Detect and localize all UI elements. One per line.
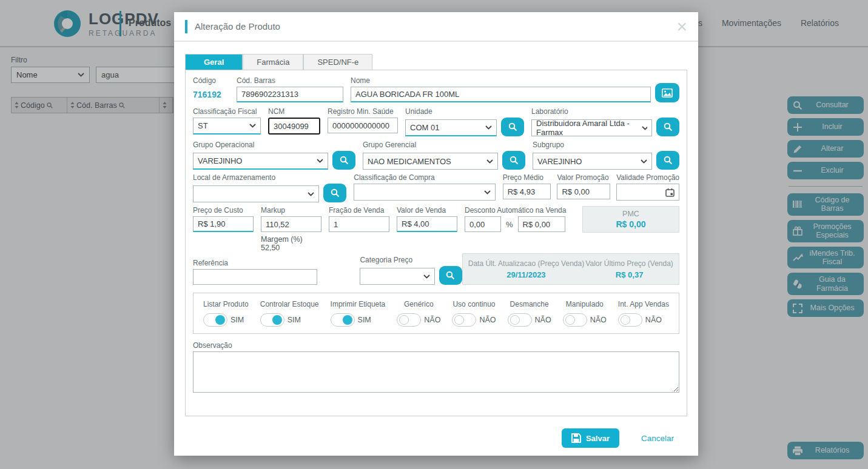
generico-switch[interactable]	[397, 313, 421, 327]
categoria-preco-select[interactable]	[360, 268, 434, 285]
title-accent-bar	[185, 20, 187, 33]
nome-label: Nome	[351, 76, 651, 85]
chevron-down-icon	[642, 126, 647, 130]
pmc-value: R$ 0,00	[616, 219, 645, 229]
search-icon	[340, 156, 349, 165]
registro-min-saude-input[interactable]	[328, 118, 398, 133]
chevron-down-icon	[308, 192, 314, 196]
toggles-panel: Listar Produto SIM Controlar Estoque SIM…	[193, 293, 679, 334]
toggle-uso-continuo: Uso continuo NÃO	[452, 300, 496, 327]
last-update-panel: Data Últ. Atualizacao (Preço Venda) 29/1…	[462, 253, 679, 285]
markup-label: Markup	[261, 206, 321, 215]
toggle-listar-produto: Listar Produto SIM	[203, 300, 249, 327]
cancel-button[interactable]: Cancelar	[641, 434, 674, 443]
grupo-operacional-select[interactable]: VAREJINHO	[193, 153, 328, 170]
grupo-gerencial-search-button[interactable]	[502, 151, 525, 170]
desconto-percent-input[interactable]	[465, 216, 501, 232]
subgrupo-label: Subgrupo	[533, 141, 679, 149]
cod-barras-input[interactable]	[237, 87, 343, 102]
desmanche-switch[interactable]	[508, 313, 532, 327]
save-icon	[571, 433, 581, 443]
search-icon	[331, 188, 340, 198]
registro-min-saude-label: Registro Min. Saúde	[328, 107, 398, 116]
local-armazenamento-select[interactable]	[193, 185, 319, 202]
desconto-valor-input[interactable]	[518, 216, 565, 232]
laboratorio-search-button[interactable]	[656, 118, 679, 136]
valor-venda-input[interactable]	[397, 216, 457, 232]
valor-promocao-input[interactable]	[557, 184, 610, 199]
categoria-preco-label: Categoria Preço	[360, 256, 462, 264]
grupo-gerencial-select[interactable]: NAO MEDICAMENTOS	[363, 153, 498, 170]
chevron-down-icon	[423, 274, 430, 279]
percent-symbol: %	[506, 220, 513, 229]
preco-medio-input[interactable]	[503, 184, 551, 199]
fracao-venda-label: Fração de Venda	[329, 206, 389, 215]
subgrupo-search-button[interactable]	[656, 151, 679, 170]
imprimir-etiqueta-switch[interactable]	[331, 313, 355, 327]
listar-produto-switch[interactable]	[203, 313, 227, 327]
observacao-field: Observação	[193, 341, 679, 393]
modal-header: Alteração de Produto ×	[174, 12, 698, 42]
subgrupo-select[interactable]: VAREJINHO	[533, 153, 652, 170]
nome-input[interactable]	[351, 87, 651, 102]
preco-medio-label: Preço Médio	[503, 173, 551, 182]
product-edit-modal: Alteração de Produto × Geral Farmácia SP…	[174, 12, 698, 456]
categoria-preco-search-button[interactable]	[439, 266, 462, 285]
ncm-input[interactable]	[268, 118, 320, 135]
observacao-label: Observação	[193, 341, 679, 350]
chevron-down-icon	[249, 124, 256, 128]
modal-title: Alteração de Produto	[195, 21, 280, 32]
modal-tabs: Geral Farmácia SPED/NF-e	[185, 54, 687, 70]
ncm-label: NCM	[268, 107, 320, 116]
tab-geral[interactable]: Geral	[185, 54, 243, 70]
desconto-automatico-label: Desconto Automático na Venda	[465, 206, 566, 215]
controlar-estoque-switch[interactable]	[260, 313, 284, 327]
toggle-manipulado: Manipulado NÃO	[563, 300, 607, 327]
margem-note: Margem (%) 52,50	[261, 235, 321, 252]
referencia-label: Referência	[193, 259, 317, 267]
pmc-label: PMC	[622, 210, 639, 218]
toggle-imprimir-etiqueta: Imprimir Etiqueta SIM	[331, 300, 386, 327]
data-ult-atualizacao-value: 29/11/2023	[506, 270, 545, 279]
grupo-operacional-label: Grupo Operacional	[193, 141, 355, 149]
valor-ultimo-preco-value: R$ 0,37	[616, 270, 644, 279]
toggle-int-app-vendas: Int. App Vendas NÃO	[618, 300, 669, 327]
chevron-down-icon	[484, 190, 491, 195]
product-image-button[interactable]	[655, 83, 679, 102]
local-armazenamento-search-button[interactable]	[323, 184, 346, 202]
chevron-down-icon	[485, 125, 492, 130]
int-app-vendas-switch[interactable]	[618, 313, 642, 327]
manipulado-switch[interactable]	[563, 313, 587, 327]
codigo-value: 716192	[193, 87, 237, 102]
laboratorio-select[interactable]: Distribuidora Amaral Ltda - Farmax	[531, 119, 652, 136]
laboratorio-label: Laboratório	[531, 107, 679, 116]
tab-content-geral: Código 716192 Cód. Barras Nome Classific…	[185, 70, 687, 416]
image-icon	[662, 88, 673, 98]
close-icon[interactable]: ×	[676, 21, 687, 33]
observacao-textarea[interactable]	[193, 351, 679, 393]
tab-farmacia[interactable]: Farmácia	[243, 54, 303, 70]
unidade-search-button[interactable]	[501, 118, 524, 136]
chevron-down-icon	[317, 159, 323, 163]
tab-sped-nfe[interactable]: SPED/NF-e	[303, 54, 372, 70]
validade-promocao-date-input[interactable]	[616, 184, 679, 201]
grupo-gerencial-label: Grupo Gerencial	[363, 141, 525, 149]
uso-continuo-switch[interactable]	[452, 313, 476, 327]
classificacao-compra-select[interactable]	[354, 184, 495, 201]
grupo-operacional-search-button[interactable]	[332, 151, 355, 170]
chevron-down-icon	[486, 159, 493, 164]
search-icon	[508, 122, 517, 131]
preco-custo-input[interactable]	[193, 216, 254, 232]
classificacao-fiscal-select[interactable]: ST	[193, 118, 261, 135]
fracao-venda-input[interactable]	[329, 216, 389, 232]
referencia-input[interactable]	[193, 269, 317, 285]
save-button[interactable]: Salvar	[562, 428, 619, 448]
pmc-panel: PMC R$ 0,00	[582, 206, 679, 233]
data-ult-atualizacao-label: Data Últ. Atualizacao (Preço Venda)	[468, 259, 584, 268]
unidade-select[interactable]: COM 01	[405, 119, 497, 136]
unidade-label: Unidade	[405, 107, 524, 116]
markup-input[interactable]	[261, 216, 321, 232]
search-icon	[446, 271, 455, 280]
search-icon	[510, 156, 519, 165]
codigo-label: Código	[193, 76, 237, 85]
